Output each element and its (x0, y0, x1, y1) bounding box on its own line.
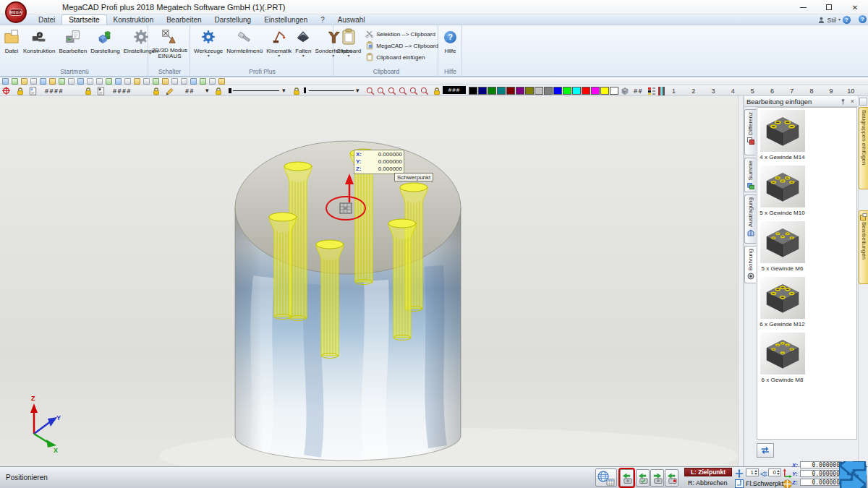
tab-help[interactable]: ? (314, 14, 331, 25)
close-button[interactable]: ✕ (842, 0, 868, 14)
layer-number-button[interactable]: 6 (765, 87, 780, 95)
linewidth-preview[interactable] (309, 90, 354, 91)
werkzeuge-button[interactable]: Werkzeuge ▾ (192, 27, 224, 59)
drag-handle-icon[interactable] (340, 203, 352, 213)
color-swatch[interactable] (553, 87, 562, 95)
tab-bohrung[interactable]: Bohrung (744, 246, 756, 283)
panel-splitter[interactable] (738, 96, 744, 466)
help-icon[interactable]: ? (843, 16, 851, 24)
layer-dialog-icon[interactable] (29, 86, 37, 95)
color-lock-icon[interactable] (152, 86, 161, 95)
viewport-settings-button[interactable] (595, 468, 617, 487)
zoom-all-icon[interactable] (377, 87, 386, 95)
zoom-previous-icon[interactable] (388, 87, 396, 95)
active-color-swatch[interactable]: ### (443, 86, 466, 94)
move-cross-icon[interactable] (735, 469, 744, 478)
pen-small-field[interactable]: ## (185, 86, 195, 95)
color-swatch[interactable] (582, 87, 590, 95)
view-lock-icon[interactable] (433, 86, 441, 95)
datei-button[interactable]: Datei (2, 27, 21, 55)
color-swatch[interactable] (535, 87, 543, 95)
color-swatch[interactable] (525, 87, 534, 95)
render-mode-button[interactable] (665, 469, 678, 487)
zoom-window-icon[interactable] (59, 78, 65, 85)
color-swatch[interactable] (478, 87, 487, 95)
color-swatch[interactable] (600, 87, 609, 95)
list-item[interactable]: 6 x Gewinde M8 (759, 333, 806, 383)
layer-manager-icon[interactable] (181, 78, 187, 85)
color-swatch[interactable] (572, 87, 581, 95)
color-swatch[interactable] (516, 87, 524, 95)
layer-number-button[interactable]: 8 (804, 87, 819, 95)
bearbeiten-button[interactable]: Bearbeiten (57, 27, 88, 55)
linetype-lock-icon[interactable] (214, 86, 223, 95)
zoom-in-icon[interactable] (399, 87, 407, 95)
chevron-down-icon[interactable]: ▾ (205, 86, 209, 95)
origin-target-icon[interactable] (2, 86, 10, 95)
snap-corner-icon[interactable] (735, 479, 744, 488)
layer-number-button[interactable]: 7 (785, 87, 799, 95)
clipboard-button[interactable]: Clipboard ▾ (335, 27, 362, 61)
app-logo[interactable]: MEGA (5, 1, 27, 23)
list-item[interactable]: 5 x Gewinde M10 (759, 166, 806, 216)
group-icon[interactable] (190, 78, 197, 85)
pan-navigation-pad[interactable] (839, 461, 867, 488)
pin-icon[interactable] (839, 98, 847, 106)
pen-dialog-icon[interactable] (97, 86, 105, 95)
tab-konstruktion[interactable]: Konstruktion (107, 14, 161, 25)
redraw-icon[interactable] (49, 78, 56, 85)
minimize-button[interactable] (790, 0, 816, 14)
tab-darstellung[interactable]: Darstellung (208, 14, 258, 25)
zoom-out-icon[interactable] (409, 87, 418, 95)
tab-baugruppen-einfuegen[interactable]: Baugruppen einfügen (859, 107, 868, 189)
layer-number-button[interactable]: 9 (824, 87, 838, 95)
viewport[interactable]: Z Y X X:0.000000 Y:0.000000 Z:0.000000 S… (0, 96, 738, 466)
clipboard-einfuegen-button[interactable]: Clipboard einfügen (365, 53, 438, 61)
layer-lock-icon[interactable] (16, 86, 25, 95)
chevron-down-icon[interactable]: ▾ (282, 86, 286, 95)
color-swatch[interactable] (497, 87, 506, 95)
tab-auswahl[interactable]: Auswahl (331, 14, 372, 25)
hilfe-button[interactable]: ? Hilfe (443, 27, 458, 55)
mode-2d3d-button[interactable]: 2D/3D ModusEIN/AUS (150, 27, 189, 60)
hash-small-field[interactable]: ## (634, 86, 643, 95)
linetype-preview[interactable] (233, 90, 279, 91)
color-swatch[interactable] (488, 87, 496, 95)
open-file-icon[interactable] (12, 78, 18, 85)
pan-icon[interactable] (68, 78, 75, 85)
linetype-list-icon[interactable] (648, 86, 655, 95)
color-swatch[interactable] (469, 87, 477, 95)
redo-icon[interactable] (143, 78, 150, 85)
color-swatch[interactable] (610, 87, 618, 95)
block-icon[interactable] (621, 86, 629, 95)
list-item[interactable]: 4 x Gewinde M14 (759, 110, 806, 160)
list-item[interactable]: 5 x Gewinde M6 (759, 221, 806, 272)
left-click-action-button[interactable]: L: Zielpunkt (684, 468, 732, 476)
coord-y-input[interactable]: 0.000000 (800, 470, 842, 477)
color-swatch[interactable] (563, 87, 571, 95)
axes-icon[interactable] (783, 468, 792, 478)
render-mode-button-active[interactable] (620, 469, 634, 487)
spinner-arrows-icon[interactable] (777, 470, 780, 475)
pencil-icon[interactable] (165, 86, 174, 95)
chevron-down-icon[interactable]: ▾ (356, 86, 359, 95)
ortho-icon[interactable] (171, 78, 178, 85)
new-file-icon[interactable] (2, 78, 9, 85)
close-icon[interactable]: × (848, 98, 856, 106)
print-icon[interactable] (30, 78, 37, 85)
kinematik-button[interactable]: Kinematik ▾ (265, 27, 293, 59)
layer-number-button[interactable]: 1 (667, 87, 681, 95)
tab-startseite[interactable]: Startseite (61, 14, 106, 25)
copy-icon[interactable] (77, 78, 84, 85)
options-icon[interactable] (218, 78, 225, 85)
layer-number-button[interactable]: 10 (843, 87, 858, 95)
info-icon[interactable] (209, 78, 216, 85)
selektion-clipboard-button[interactable]: Selektion --> Clipboard (365, 30, 438, 38)
rotate-icon[interactable] (106, 78, 112, 85)
linewidth-lock-icon[interactable] (292, 86, 301, 95)
zoom-window-icon[interactable] (366, 87, 375, 95)
help-icon-edge[interactable]: ? (859, 15, 867, 23)
measure-icon[interactable] (200, 78, 206, 85)
render-mode-button[interactable] (650, 469, 664, 487)
color-swatch[interactable] (544, 87, 553, 95)
